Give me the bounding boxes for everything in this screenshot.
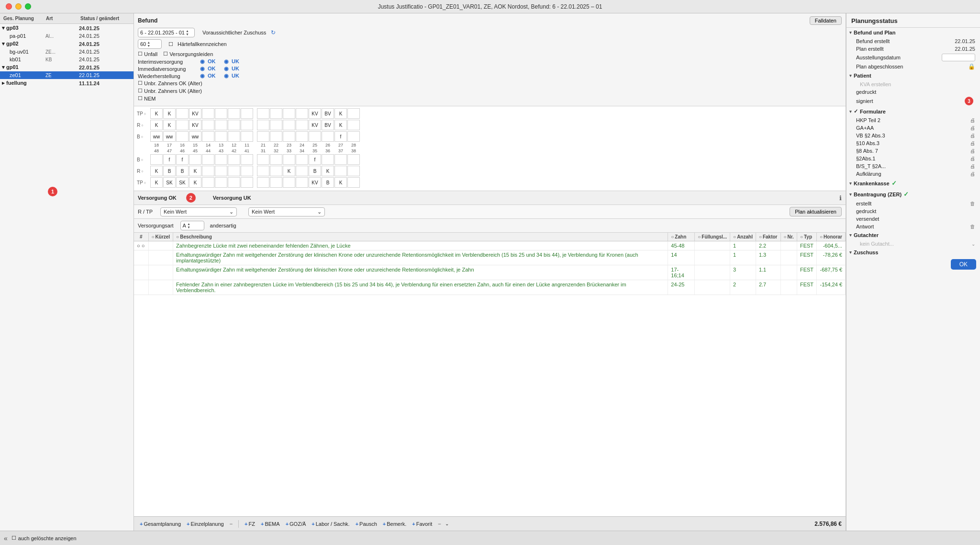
plus-icon-2: + (187, 521, 189, 527)
section-patient[interactable]: ▾ Patient (846, 71, 980, 80)
tp-24[interactable] (296, 108, 308, 119)
tp-18[interactable]: K (150, 108, 163, 119)
plus-icon-8: + (383, 521, 386, 527)
anzahl-1: 1 (730, 241, 756, 250)
print-2abs1-icon[interactable]: 🖨 (970, 156, 975, 161)
versorgungsleiten-checkbox[interactable]: ☐ Versorgungsleiden (163, 51, 213, 57)
ausstellungsdatum-input[interactable] (942, 54, 975, 61)
versorgungsart-label: Versorgungsart (138, 223, 174, 228)
btn-add-bema[interactable]: + BEMA (259, 520, 282, 528)
close-button[interactable] (6, 3, 12, 10)
tp-23[interactable] (283, 108, 295, 119)
tree-item-pa-p01[interactable]: pa-p01 Al... 24.01.25 (0, 32, 134, 40)
interimsversorgung-row: Interimsversorgung ◉ OK ◉ UK (138, 58, 842, 65)
tp-28[interactable] (347, 108, 360, 119)
btn-add-einzelplanung[interactable]: + Einzelplanung (185, 520, 226, 528)
gutachter-chevron-icon[interactable]: ⌄ (971, 241, 975, 247)
print-vb-icon[interactable]: 🖨 (970, 133, 975, 138)
versorgung-row: Versorgung OK 2 Versorgung UK ℹ (134, 191, 846, 205)
minus-icon[interactable]: − (230, 521, 233, 527)
typ-2: FEST (797, 250, 816, 265)
window-title: Justus Justificatio - GP01_ZE01_VAR01, Z… (378, 3, 602, 10)
zuschuss-value[interactable]: 60 ▲ ▼ (138, 39, 162, 49)
trash-antwort-icon[interactable]: 🗑 (970, 224, 975, 229)
btn-add-bemerk[interactable]: + Bemerk. (381, 520, 408, 528)
typ-4: FEST (797, 280, 816, 295)
zuschuss-refresh-icon[interactable]: ↻ (271, 29, 276, 36)
tp-21[interactable] (257, 108, 269, 119)
show-deleted-checkbox[interactable]: ☐ auch gelöschte anzeigen (11, 535, 77, 541)
versorgungsart-select[interactable]: A ▲ ▼ (180, 221, 204, 230)
print-hkp-icon[interactable]: 🖨 (970, 117, 975, 123)
ok-button[interactable]: OK (951, 259, 976, 270)
check-krankenkasse-icon: ✓ (891, 180, 897, 187)
tree-item-gp03[interactable]: ▾ gp03 24.01.25 (0, 24, 134, 32)
btn-add-goz[interactable]: + GOZ/Ä (284, 520, 308, 528)
table-row[interactable]: Erhaltungswürdiger Zahn mit weitgehender… (134, 250, 846, 265)
btn-add-fz[interactable]: + FZ (243, 520, 257, 528)
print-gaaa-icon[interactable]: 🖨 (970, 125, 975, 131)
tp-22[interactable] (270, 108, 282, 119)
tp-15[interactable]: KV (189, 108, 201, 119)
ok-dropdown[interactable]: Kein Wert ⌄ (160, 207, 237, 216)
tree-item-ze01[interactable]: ze01 ZE 22.01.25 (0, 71, 134, 79)
tree-item-gp02[interactable]: ▾ gp02 24.01.25 (0, 40, 134, 48)
tp-26[interactable]: BV (322, 108, 334, 119)
print-10abs3-icon[interactable]: 🖨 (970, 140, 975, 146)
plus-icon-5: + (286, 521, 289, 527)
unbr-uk-checkbox[interactable]: ☐ Unbr. Zahners UK (Alter) (138, 88, 202, 94)
minus-icon-2[interactable]: − (438, 521, 441, 527)
zuschuss-row: 60 ▲ ▼ ☐ Härtefallkennzeichen (138, 39, 842, 49)
versorgung-info-icon[interactable]: ℹ (839, 194, 842, 202)
befund-stepper[interactable]: ▲ ▼ (186, 29, 192, 36)
tp-13[interactable] (215, 108, 227, 119)
chevron-down-icon[interactable]: ⌄ (445, 521, 449, 526)
unfall-checkbox[interactable]: ☐ Unfall (138, 51, 157, 57)
tp-27[interactable]: K (334, 108, 347, 119)
zuschuss-stepper[interactable]: ▲ ▼ (147, 41, 154, 47)
section-befund-plan[interactable]: ▾ Befund und Plan (846, 28, 980, 37)
section-gutachter[interactable]: ▾ Gutachter (846, 230, 980, 240)
table-row[interactable]: ○ ○ Zahnbegrenzte Lücke mit zwei nebenei… (134, 241, 846, 250)
tree-item-bg-uv01[interactable]: bg-uv01 ZE... 24.01.25 (0, 48, 134, 56)
btn-add-favorit[interactable]: + Favorit (410, 520, 434, 528)
table-row[interactable]: Fehlender Zahn in einer zahnbegrenzten L… (134, 280, 846, 295)
desc-4: Fehlender Zahn in einer zahnbegrenzten L… (173, 280, 668, 295)
print-8abs7-icon[interactable]: 🖨 (970, 148, 975, 154)
tp-12[interactable] (228, 108, 240, 119)
minimize-button[interactable] (15, 3, 22, 10)
section-zuschuss[interactable]: ▾ Zuschuss (846, 248, 980, 257)
tp-25[interactable]: KV (309, 108, 321, 119)
col-fuellungsl: ○ Füllungsl... (695, 233, 730, 241)
section-krankenkasse[interactable]: ▾ Krankenkasse ✓ (846, 178, 980, 189)
wiederherstellung-row: Wiederherstellung ◉ OK ◉ UK (138, 73, 842, 79)
btn-plan-aktualisieren[interactable]: Plan aktualisieren (790, 207, 842, 216)
print-aufklaerung-icon[interactable]: 🖨 (970, 171, 975, 177)
tree-item-kb01[interactable]: kb01 KB 24.01.25 (0, 56, 134, 63)
back-icon[interactable]: « (4, 534, 8, 542)
befund-selector[interactable]: 6 - 22.01.2025 - 01 ▲ ▼ (138, 28, 195, 37)
lock-icon[interactable]: 🔒 (968, 63, 975, 70)
tp-17[interactable]: K (163, 108, 176, 119)
section-beantragung[interactable]: ▾ Beantragung (ZER) ✓ (846, 189, 980, 200)
lower-numbers: 48 47 46 45 44 43 42 41 31 32 33 34 35 3… (137, 148, 843, 153)
tp-14[interactable] (202, 108, 214, 119)
table-row[interactable]: Erhaltungswürdiger Zahn mit weitgehender… (134, 265, 846, 280)
tree-item-gp01[interactable]: ▾ gp01 22.01.25 (0, 63, 134, 71)
unbr-ok-checkbox[interactable]: ☐ Unbr. Zahners OK (Alter) (138, 80, 202, 86)
btn-add-gesamtplanung[interactable]: + Gesamtplanung (138, 520, 183, 528)
uk-dropdown[interactable]: Kein Wert ⌄ (248, 207, 325, 216)
btn-add-pausch[interactable]: + Pausch (354, 520, 379, 528)
tree-item-fuellung[interactable]: ▸ fuellung 11.11.24 (0, 79, 134, 87)
trash-erstellt-icon[interactable]: 🗑 (970, 201, 975, 206)
anzahl-3: 3 (730, 265, 756, 280)
btn-falldaten[interactable]: Falldaten (810, 16, 842, 25)
tp-16[interactable] (176, 108, 189, 119)
btn-add-labor[interactable]: + Labor / Sachk. (310, 520, 351, 528)
print-bst-icon[interactable]: 🖨 (970, 163, 975, 169)
tp-11[interactable] (241, 108, 253, 119)
data-table: # ○ Kürzel ○ Beschreibung (134, 233, 846, 295)
section-formulare[interactable]: ▾ ✓ Formulare (846, 106, 980, 116)
maximize-button[interactable] (25, 3, 31, 10)
nem-checkbox[interactable]: ☐ NEM (138, 95, 156, 102)
